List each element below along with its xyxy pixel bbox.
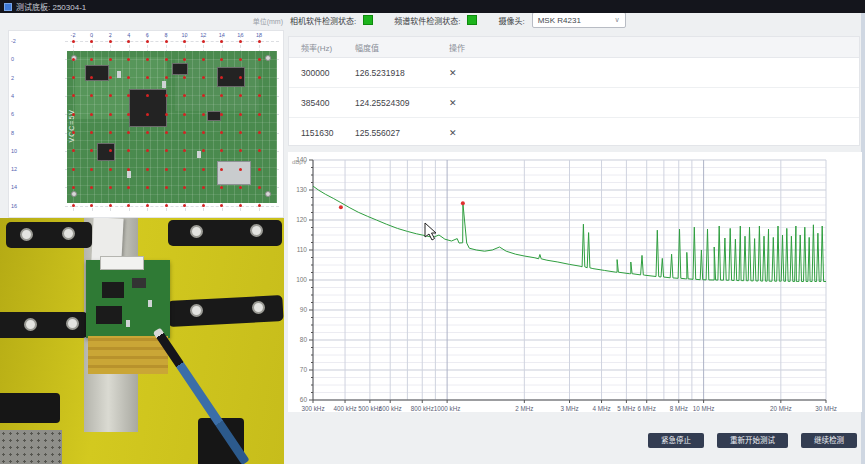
measurement-point <box>90 94 93 97</box>
measurement-point <box>165 58 168 61</box>
measurement-point <box>220 186 223 189</box>
measurement-point <box>220 168 223 171</box>
measurement-point <box>109 76 112 79</box>
measurement-point <box>183 58 186 61</box>
ic-chip <box>132 278 146 288</box>
svg-text:130: 130 <box>296 186 307 193</box>
svg-text:5 MHz: 5 MHz <box>617 405 635 412</box>
measurement-point-grid <box>9 31 283 217</box>
svg-text:30 MHz: 30 MHz <box>815 405 837 412</box>
measurement-point <box>90 131 93 134</box>
camera-select-value: MSK R4231 <box>538 16 581 25</box>
measurement-point <box>220 113 223 116</box>
svg-text:600 kHz: 600 kHz <box>379 405 402 412</box>
emergency-stop-button[interactable]: 紧急停止 <box>648 433 704 448</box>
measurement-point <box>239 204 242 207</box>
measurement-point <box>90 204 93 207</box>
svg-text:60: 60 <box>300 396 308 403</box>
capacitor <box>148 300 152 307</box>
measurement-point <box>239 149 242 152</box>
chevron-down-icon: ∨ <box>615 16 620 24</box>
measurement-point <box>202 149 205 152</box>
measurement-point <box>72 40 75 43</box>
measurement-point <box>127 40 130 43</box>
measurement-point <box>239 168 242 171</box>
table-body: 300000126.5231918✕385400124.25524309✕115… <box>289 58 859 148</box>
fixture-block <box>0 393 60 423</box>
measurement-point <box>202 94 205 97</box>
measurement-point <box>239 186 242 189</box>
camera-photo-panel <box>0 218 284 464</box>
measurement-point <box>183 149 186 152</box>
app-window: { "window": { "title": "测试底板: 250304-1" … <box>0 0 865 464</box>
measurement-point <box>202 186 205 189</box>
measurement-point <box>90 40 93 43</box>
measurement-point <box>72 58 75 61</box>
col-header-actions: 操作 <box>449 42 539 53</box>
clamp-bar <box>168 220 282 246</box>
col-header-frequency: 频率(Hz) <box>289 42 353 53</box>
measurement-point <box>127 149 130 152</box>
measurement-point <box>202 40 205 43</box>
clamp-screw <box>24 318 37 331</box>
measurement-point <box>146 131 149 134</box>
spectrum-chart: 60708090100110120130140300 kHz400 kHz500… <box>288 152 862 412</box>
measurement-point <box>90 113 93 116</box>
clamp-screw <box>252 301 265 314</box>
measurement-point <box>90 58 93 61</box>
measurement-point <box>127 186 130 189</box>
cell-frequency: 1151630 <box>289 128 353 138</box>
svg-text:70: 70 <box>300 366 308 373</box>
clamp-bar <box>6 222 92 248</box>
measurement-point <box>220 149 223 152</box>
camera-select-dropdown[interactable]: MSK R4231 ∨ <box>532 12 626 28</box>
table-row: 1151630125.556027✕ <box>289 118 859 148</box>
delete-row-button[interactable]: ✕ <box>449 68 465 78</box>
measurement-point <box>202 204 205 207</box>
cable-connector <box>100 256 144 270</box>
measurement-point <box>165 76 168 79</box>
measurement-point <box>127 113 130 116</box>
svg-text:4 MHz: 4 MHz <box>592 405 610 412</box>
clamp-bar <box>167 295 283 327</box>
measurement-point <box>146 149 149 152</box>
spectrum-chart-panel: 60708090100110120130140300 kHz400 kHz500… <box>288 152 862 412</box>
clamp-screw <box>250 224 263 237</box>
cell-amplitude: 126.5231918 <box>353 68 449 78</box>
cell-frequency: 385400 <box>289 98 353 108</box>
measurement-point <box>90 168 93 171</box>
svg-text:120: 120 <box>296 216 307 223</box>
measurement-point <box>258 149 261 152</box>
restart-test-button[interactable]: 重新开始测试 <box>717 433 788 448</box>
measurement-point <box>72 131 75 134</box>
svg-text:110: 110 <box>297 246 308 253</box>
app-icon <box>4 3 12 11</box>
measurement-point <box>239 94 242 97</box>
measurement-point <box>220 131 223 134</box>
svg-text:300 kHz: 300 kHz <box>301 405 324 412</box>
title-bar: 测试底板: 250304-1 <box>0 0 865 13</box>
continue-test-button[interactable]: 继续检测 <box>801 433 857 448</box>
delete-row-button[interactable]: ✕ <box>449 128 465 138</box>
mouse-cursor <box>424 222 438 242</box>
measurement-point <box>146 76 149 79</box>
measurement-point <box>183 113 186 116</box>
measurement-point <box>165 94 168 97</box>
cell-frequency: 300000 <box>289 68 353 78</box>
measurement-point <box>165 113 168 116</box>
measurement-point <box>165 168 168 171</box>
measurement-point <box>183 94 186 97</box>
unit-label: 单位(mm) <box>185 16 283 26</box>
measurement-point <box>258 40 261 43</box>
measurement-point <box>146 40 149 43</box>
measurement-point <box>109 113 112 116</box>
svg-text:dBμV: dBμV <box>292 159 307 165</box>
measurement-point <box>258 204 261 207</box>
clamp-screw <box>190 304 203 317</box>
measurement-point <box>146 168 149 171</box>
svg-text:800 kHz: 800 kHz <box>411 405 434 412</box>
measurement-point <box>90 149 93 152</box>
measurement-point <box>258 76 261 79</box>
delete-row-button[interactable]: ✕ <box>449 98 465 108</box>
ic-chip <box>102 282 124 298</box>
